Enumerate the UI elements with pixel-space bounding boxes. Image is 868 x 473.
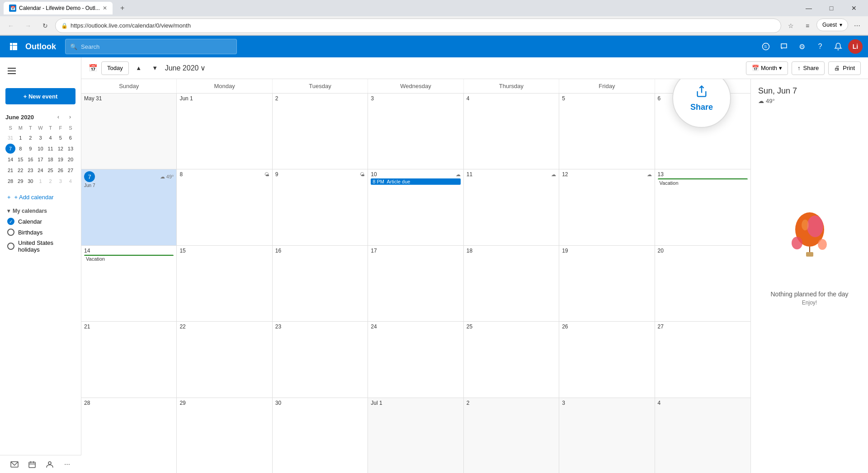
- cal-day-jul4[interactable]: 4: [655, 398, 750, 473]
- avatar-button[interactable]: Li: [848, 39, 863, 54]
- cal-day-jun13[interactable]: 13 Vacation: [655, 169, 750, 245]
- cal-day-jun14[interactable]: 14 Vacation: [81, 246, 177, 321]
- search-bar[interactable]: 🔍: [65, 39, 237, 54]
- cal-day-jun5[interactable]: 5: [559, 94, 655, 169]
- mini-cal-day-24[interactable]: 24: [35, 165, 45, 175]
- search-input[interactable]: [81, 43, 232, 50]
- cal-day-jun7[interactable]: 7 ☁ 49° Jun 7: [81, 169, 177, 245]
- mini-cal-day-28[interactable]: 28: [5, 176, 15, 186]
- mini-cal-prev-button[interactable]: ‹: [53, 112, 64, 122]
- mini-cal-day-23[interactable]: 23: [25, 165, 35, 175]
- cal-day-jun8[interactable]: 8 🌤: [177, 169, 272, 245]
- cal-day-jun4[interactable]: 4: [464, 94, 559, 169]
- add-calendar-button[interactable]: + + Add calendar: [0, 190, 81, 204]
- browser-tab[interactable]: 📅 Calendar - Lifewire Demo - Outl... ✕: [4, 2, 113, 14]
- cal-day-jun23[interactable]: 23: [273, 322, 368, 397]
- new-tab-button[interactable]: +: [116, 2, 129, 14]
- browser-menu-icon[interactable]: ⋯: [850, 19, 864, 33]
- cal-day-jul1[interactable]: Jul 1: [368, 398, 463, 473]
- calendar-item-us-holidays[interactable]: United States holidays: [0, 238, 81, 255]
- mini-cal-day-22[interactable]: 22: [15, 165, 25, 175]
- more-icon-button[interactable]: ⋯: [62, 459, 73, 470]
- cal-day-jun3[interactable]: 3: [368, 94, 463, 169]
- mini-cal-day-9[interactable]: 9: [25, 144, 35, 154]
- cal-day-jun29[interactable]: 29: [177, 398, 272, 473]
- settings-icon-button[interactable]: ⚙: [794, 38, 810, 55]
- cal-event-article-due[interactable]: 8 PM Article due: [371, 178, 460, 185]
- cal-day-jun1[interactable]: Jun 1: [177, 94, 272, 169]
- share-circle[interactable]: Share: [672, 79, 731, 128]
- mini-cal-day-11[interactable]: 11: [46, 144, 56, 154]
- my-calendars-header[interactable]: ▾ My calendars: [0, 204, 81, 216]
- menu-toggle-button[interactable]: [4, 63, 20, 79]
- mini-cal-day-26[interactable]: 26: [56, 165, 66, 175]
- guest-button[interactable]: Guest ▾: [816, 19, 848, 31]
- cal-day-jun17[interactable]: 17: [368, 246, 463, 321]
- mail-icon-button[interactable]: [9, 459, 20, 470]
- app-grid-button[interactable]: [5, 38, 22, 55]
- mini-cal-day-17[interactable]: 17: [35, 155, 45, 164]
- help-icon-button[interactable]: ?: [812, 38, 828, 55]
- cal-day-jun2[interactable]: 2: [273, 94, 368, 169]
- cal-day-jun25[interactable]: 25: [464, 322, 559, 397]
- print-button[interactable]: 🖨 Print: [828, 61, 861, 75]
- mini-cal-day-7[interactable]: 7: [5, 144, 15, 154]
- cal-day-jun27[interactable]: 27: [655, 322, 750, 397]
- cal-day-jun9[interactable]: 9 🌤: [273, 169, 368, 245]
- address-bar[interactable]: 🔒 https://outlook.live.com/calendar/0/vi…: [55, 19, 781, 33]
- cal-day-jun30[interactable]: 30: [273, 398, 368, 473]
- mini-cal-day-14[interactable]: 14: [5, 155, 15, 164]
- chat-icon-button[interactable]: [776, 38, 792, 55]
- maximize-button[interactable]: □: [821, 1, 842, 15]
- mini-cal-day-1[interactable]: 1: [15, 133, 25, 143]
- notification-icon-button[interactable]: [830, 38, 846, 55]
- calendar-item-calendar[interactable]: ✓ Calendar: [0, 216, 81, 227]
- cal-prev-button[interactable]: ▲: [132, 62, 145, 75]
- mini-cal-day-30[interactable]: 30: [25, 176, 35, 186]
- calendar-bottom-icon-button[interactable]: [27, 459, 38, 470]
- refresh-button[interactable]: ↻: [38, 19, 52, 33]
- cal-day-jun20[interactable]: 20: [655, 246, 750, 321]
- cal-day-jun16[interactable]: 16: [273, 246, 368, 321]
- mini-cal-day-16[interactable]: 16: [25, 155, 35, 164]
- today-button[interactable]: Today: [101, 61, 129, 75]
- back-button[interactable]: ←: [4, 19, 18, 33]
- calendar-item-birthdays[interactable]: Birthdays: [0, 227, 81, 238]
- cal-day-jun10[interactable]: 10 ☁ 8 PM Article due: [368, 169, 463, 245]
- forward-button[interactable]: →: [21, 19, 35, 33]
- mini-cal-day-18[interactable]: 18: [46, 155, 56, 164]
- mini-cal-day-5[interactable]: 5: [56, 133, 66, 143]
- new-event-button[interactable]: + New event: [5, 88, 75, 104]
- mini-cal-day-15[interactable]: 15: [15, 155, 25, 164]
- month-view-button[interactable]: 📅 Month ▾: [746, 61, 788, 75]
- cal-month-label[interactable]: June 2020 ∨: [165, 64, 206, 72]
- mini-cal-day-12[interactable]: 12: [56, 144, 66, 154]
- collections-icon[interactable]: ≡: [800, 19, 815, 33]
- mini-cal-day-31[interactable]: 31: [5, 133, 15, 143]
- cal-day-jun12[interactable]: 12 ☁: [559, 169, 655, 245]
- cal-event-vacation-jun13[interactable]: Vacation: [658, 178, 748, 186]
- cal-event-vacation-jun14[interactable]: Vacation: [84, 255, 174, 262]
- mini-cal-next-button[interactable]: ›: [65, 112, 75, 122]
- mini-cal-day-4[interactable]: 4: [46, 133, 56, 143]
- mini-cal-day-2[interactable]: 2: [25, 133, 35, 143]
- mini-cal-day-25[interactable]: 25: [46, 165, 56, 175]
- cal-day-jun24[interactable]: 24: [368, 322, 463, 397]
- mini-cal-day-13[interactable]: 13: [66, 144, 75, 154]
- mini-cal-day-jul1[interactable]: 1: [35, 176, 45, 186]
- cal-day-jul3[interactable]: 3: [559, 398, 655, 473]
- cal-day-jul2[interactable]: 2: [464, 398, 559, 473]
- skype-icon-button[interactable]: S: [758, 38, 774, 55]
- mini-cal-day-jul2[interactable]: 2: [46, 176, 56, 186]
- cal-day-may31[interactable]: May 31: [81, 94, 177, 169]
- close-button[interactable]: ✕: [844, 1, 864, 15]
- mini-cal-day-10[interactable]: 10: [35, 144, 45, 154]
- cal-day-jun19[interactable]: 19: [559, 246, 655, 321]
- cal-day-jun28[interactable]: 28: [81, 398, 177, 473]
- cal-day-jun15[interactable]: 15: [177, 246, 272, 321]
- share-button[interactable]: ↑ Share: [792, 61, 825, 75]
- mini-cal-day-jul4[interactable]: 4: [66, 176, 75, 186]
- mini-cal-day-19[interactable]: 19: [56, 155, 66, 164]
- favorites-icon[interactable]: ☆: [784, 19, 798, 33]
- mini-cal-day-20[interactable]: 20: [66, 155, 75, 164]
